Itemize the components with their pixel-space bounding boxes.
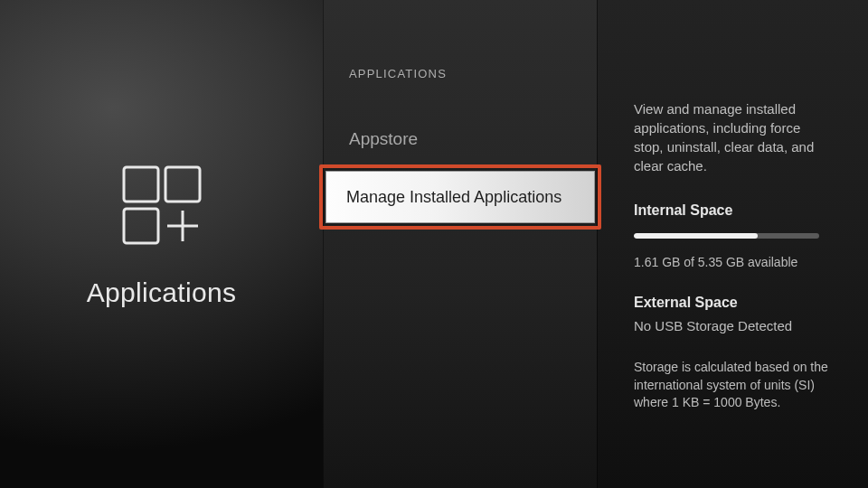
menu-item-manage-installed[interactable]: Manage Installed Applications: [319, 164, 601, 230]
menu-item-label: Manage Installed Applications: [346, 188, 561, 207]
applications-icon: [118, 162, 205, 249]
left-panel: Applications: [0, 0, 323, 488]
svg-rect-0: [124, 167, 158, 202]
middle-panel: APPLICATIONS Appstore Manage Installed A…: [323, 0, 597, 488]
detail-panel: View and manage installed applications, …: [597, 0, 868, 488]
menu-item-appstore[interactable]: Appstore: [349, 129, 579, 149]
internal-space-heading: Internal Space: [634, 202, 832, 219]
section-header: APPLICATIONS: [349, 67, 447, 80]
internal-storage-fill: [634, 233, 758, 239]
detail-description: View and manage installed applications, …: [634, 99, 832, 175]
category-title: Applications: [87, 277, 236, 308]
menu-item-label: Appstore: [349, 129, 418, 148]
svg-rect-2: [124, 209, 158, 243]
storage-footnote: Storage is calculated based on the inter…: [634, 359, 832, 412]
external-space-heading: External Space: [634, 295, 832, 311]
category-hero: Applications: [87, 162, 236, 308]
settings-screen: Applications APPLICATIONS Appstore Manag…: [0, 0, 868, 488]
external-storage-status: No USB Storage Detected: [634, 318, 832, 333]
selected-row: Manage Installed Applications: [326, 171, 595, 223]
internal-storage-bar: [634, 233, 819, 239]
selection-highlight: Manage Installed Applications: [319, 164, 601, 230]
svg-rect-1: [165, 167, 200, 202]
internal-storage-text: 1.61 GB of 5.35 GB available: [634, 255, 832, 269]
